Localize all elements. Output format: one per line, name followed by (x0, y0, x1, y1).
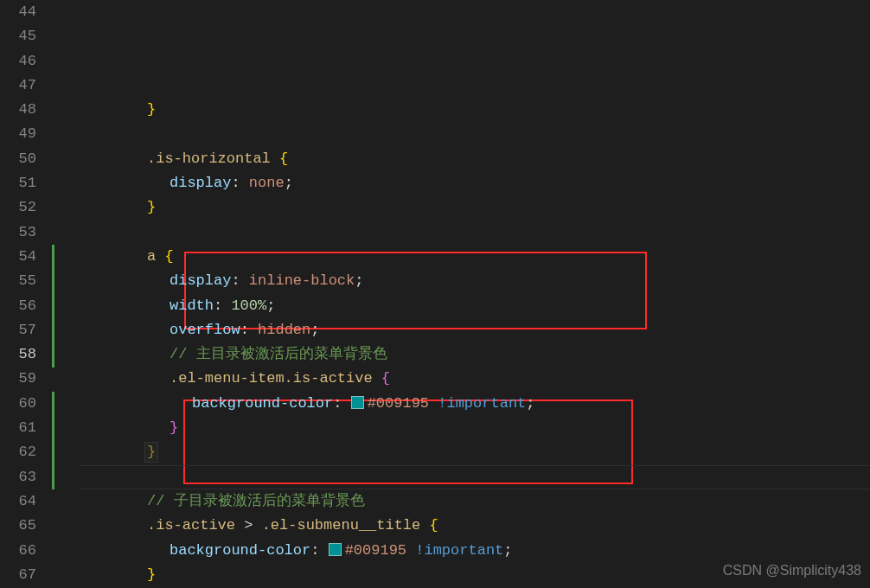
line-number[interactable]: 49 (0, 122, 47, 146)
line-number[interactable]: 53 (0, 220, 47, 245)
code-token[interactable]: : (310, 542, 328, 559)
code-line[interactable]: .el-menu-item.is-active { (80, 367, 870, 391)
code-line[interactable]: .is-horizontal { (80, 147, 870, 171)
code-line[interactable]: background-color: #009195 !important; (80, 539, 870, 563)
line-number[interactable]: 45 (0, 24, 47, 48)
code-token[interactable] (373, 370, 381, 387)
line-number[interactable]: 63 (0, 465, 47, 489)
code-line[interactable] (80, 122, 870, 146)
code-line[interactable] (80, 465, 870, 489)
code-token[interactable]: .el-menu-item.is-active (170, 370, 373, 387)
line-number[interactable]: 62 (0, 440, 47, 464)
line-number[interactable]: 66 (0, 539, 47, 563)
code-token[interactable]: display (170, 272, 231, 289)
code-token[interactable]: .el-submenu__title (262, 517, 421, 534)
code-content[interactable]: }.is-horizontal {display: none;}a {displ… (80, 0, 870, 588)
code-line[interactable]: .is-active > .el-submenu__title { (80, 514, 870, 538)
color-swatch[interactable] (351, 396, 364, 409)
code-token[interactable]: } (170, 419, 178, 436)
line-number[interactable]: 65 (0, 514, 47, 538)
code-line[interactable]: overflow: hidden; (80, 318, 870, 342)
code-token[interactable]: : (231, 272, 248, 289)
line-number[interactable]: 67 (0, 563, 47, 587)
code-token[interactable]: inline-block (249, 272, 355, 289)
code-token[interactable]: .is-active (147, 517, 235, 534)
line-number[interactable]: 51 (0, 171, 47, 195)
code-token[interactable]: // 主目录被激活后的菜单背景色 (170, 346, 387, 362)
code-token[interactable]: ; (310, 322, 319, 338)
code-line[interactable]: } (80, 98, 870, 122)
code-editor[interactable]: 4445464748495051525354555657585960616263… (0, 0, 870, 588)
code-line[interactable] (80, 220, 870, 245)
line-number[interactable]: 52 (0, 195, 47, 220)
code-token[interactable]: none (249, 175, 285, 191)
code-token[interactable]: } (147, 566, 156, 583)
code-token[interactable]: : (214, 297, 231, 314)
modified-line-marker (52, 392, 54, 489)
code-line[interactable]: display: inline-block; (80, 269, 870, 293)
line-number[interactable]: 54 (0, 245, 47, 269)
code-line[interactable]: a { (80, 245, 870, 269)
code-line[interactable]: background-color: #009195 !important; (80, 392, 870, 416)
code-line[interactable]: } (80, 563, 870, 587)
code-token[interactable]: } (147, 101, 156, 118)
line-number[interactable]: 47 (0, 74, 47, 98)
line-number[interactable]: 46 (0, 49, 47, 74)
code-line[interactable]: // 子目录被激活后的菜单背景色 (80, 489, 870, 514)
code-token[interactable]: .is-horizontal (147, 150, 271, 167)
code-token[interactable]: hidden (258, 322, 310, 338)
line-number[interactable]: 58 (0, 342, 47, 367)
code-line[interactable]: width: 100%; (80, 294, 870, 318)
code-token[interactable]: : (231, 175, 248, 191)
code-token[interactable]: a (147, 248, 156, 265)
code-line[interactable]: } (80, 416, 870, 440)
code-token[interactable]: overflow (170, 322, 240, 338)
code-token[interactable]: background-color (192, 395, 333, 412)
code-token[interactable]: ; (526, 395, 534, 412)
code-token[interactable] (271, 150, 279, 167)
line-number[interactable]: 56 (0, 294, 47, 318)
code-token[interactable] (420, 517, 429, 534)
code-token[interactable]: width (170, 297, 214, 314)
color-swatch[interactable] (329, 543, 342, 556)
code-token[interactable]: { (279, 150, 288, 167)
code-token[interactable]: // 子目录被激活后的菜单背景色 (147, 493, 365, 509)
code-token[interactable]: } (147, 199, 156, 215)
code-token[interactable]: !important (415, 542, 503, 559)
line-number-gutter[interactable]: 4445464748495051525354555657585960616263… (0, 0, 52, 588)
code-token[interactable]: background-color (170, 542, 310, 559)
fold-gutter[interactable] (55, 0, 80, 588)
code-line[interactable]: } (80, 195, 870, 220)
line-number[interactable]: 44 (0, 0, 47, 24)
code-token[interactable]: : (240, 322, 258, 338)
code-token[interactable]: { (164, 248, 173, 265)
code-token[interactable]: #009195 (368, 395, 429, 412)
line-number[interactable]: 50 (0, 147, 47, 171)
line-number[interactable]: 61 (0, 416, 47, 440)
modified-line-marker (52, 245, 54, 368)
code-token[interactable]: !important (438, 395, 526, 412)
line-number[interactable]: 59 (0, 367, 47, 391)
line-number[interactable]: 57 (0, 318, 47, 342)
code-token[interactable]: ; (503, 542, 512, 559)
code-token[interactable] (406, 542, 415, 559)
code-token[interactable]: display (170, 175, 231, 191)
code-token[interactable]: { (429, 517, 438, 534)
code-token[interactable]: > (235, 517, 262, 534)
code-line[interactable]: } (80, 440, 870, 464)
line-number[interactable]: 60 (0, 392, 47, 416)
line-number[interactable]: 64 (0, 489, 47, 514)
code-token[interactable]: ; (266, 297, 275, 314)
line-number[interactable]: 55 (0, 269, 47, 293)
code-token[interactable]: ; (285, 175, 293, 191)
code-token[interactable] (429, 395, 438, 412)
code-token[interactable]: 100% (231, 297, 266, 314)
code-token[interactable] (156, 248, 164, 265)
code-token[interactable]: ; (355, 272, 363, 289)
code-token[interactable]: : (333, 395, 350, 412)
code-token[interactable]: #009195 (345, 542, 406, 559)
code-line[interactable]: // 主目录被激活后的菜单背景色 (80, 342, 870, 367)
code-line[interactable]: display: none; (80, 171, 870, 195)
code-token[interactable]: { (381, 370, 390, 387)
line-number[interactable]: 48 (0, 98, 47, 122)
